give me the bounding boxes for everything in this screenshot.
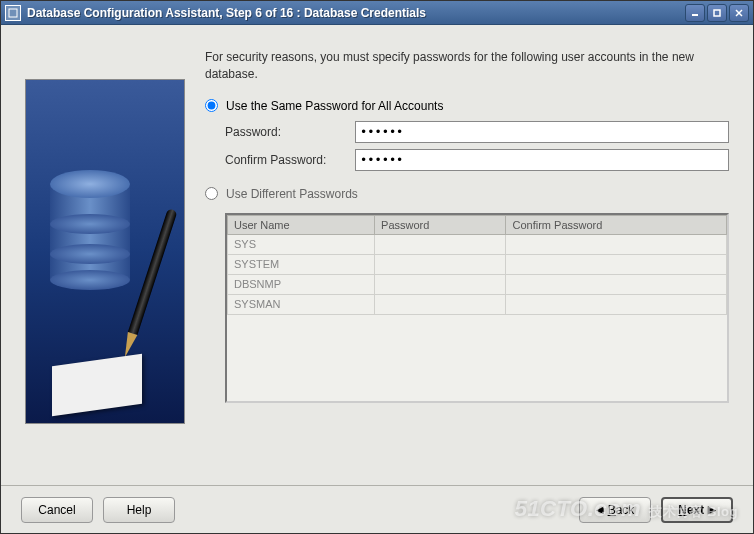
content-area: For security reasons, you must specify p… [1, 25, 753, 485]
same-password-form: Password: Confirm Password: [225, 121, 729, 171]
different-passwords-label: Use Different Passwords [226, 187, 358, 201]
cell-user: DBSNMP [228, 274, 375, 294]
table-row: DBSNMP [228, 274, 727, 294]
window-controls [685, 4, 749, 22]
col-confirm: Confirm Password [506, 215, 727, 234]
cell-pw [375, 254, 506, 274]
window-title: Database Configuration Assistant, Step 6… [27, 6, 685, 20]
cell-pw [375, 294, 506, 314]
same-password-radio[interactable] [205, 99, 218, 112]
svg-rect-2 [714, 10, 720, 16]
chevron-left-icon: ◀ [596, 504, 604, 515]
close-button[interactable] [729, 4, 749, 22]
titlebar: Database Configuration Assistant, Step 6… [1, 1, 753, 25]
svg-rect-0 [9, 9, 17, 17]
confirm-password-label: Confirm Password: [225, 153, 355, 167]
next-button[interactable]: Next ▶ [661, 497, 733, 523]
confirm-password-input[interactable] [355, 149, 729, 171]
password-label: Password: [225, 125, 355, 139]
cell-pw [375, 274, 506, 294]
database-icon [50, 170, 130, 280]
cell-confirm [506, 254, 727, 274]
maximize-button[interactable] [707, 4, 727, 22]
cancel-button[interactable]: Cancel [21, 497, 93, 523]
form-area: For security reasons, you must specify p… [205, 49, 729, 477]
dialog-window: Database Configuration Assistant, Step 6… [0, 0, 754, 534]
col-password: Password [375, 215, 506, 234]
different-passwords-option[interactable]: Use Different Passwords [205, 187, 729, 201]
cell-confirm [506, 274, 727, 294]
button-bar: Cancel Help ◀ Back Next ▶ [1, 485, 753, 533]
cell-pw [375, 234, 506, 254]
cell-user: SYSTEM [228, 254, 375, 274]
same-password-option[interactable]: Use the Same Password for All Accounts [205, 99, 729, 113]
cell-confirm [506, 234, 727, 254]
different-passwords-radio[interactable] [205, 187, 218, 200]
minimize-button[interactable] [685, 4, 705, 22]
same-password-label: Use the Same Password for All Accounts [226, 99, 443, 113]
table-row: SYSTEM [228, 254, 727, 274]
help-button[interactable]: Help [103, 497, 175, 523]
tag-icon [52, 354, 142, 417]
users-table-container: User Name Password Confirm Password SYSS… [225, 213, 729, 403]
users-table: User Name Password Confirm Password SYSS… [227, 215, 727, 315]
cell-confirm [506, 294, 727, 314]
chevron-right-icon: ▶ [708, 504, 716, 515]
password-input[interactable] [355, 121, 729, 143]
cell-user: SYS [228, 234, 375, 254]
table-row: SYS [228, 234, 727, 254]
intro-text: For security reasons, you must specify p… [205, 49, 729, 83]
wizard-side-graphic [25, 79, 185, 424]
back-button[interactable]: ◀ Back [579, 497, 651, 523]
col-username: User Name [228, 215, 375, 234]
table-row: SYSMAN [228, 294, 727, 314]
app-icon [5, 5, 21, 21]
cell-user: SYSMAN [228, 294, 375, 314]
